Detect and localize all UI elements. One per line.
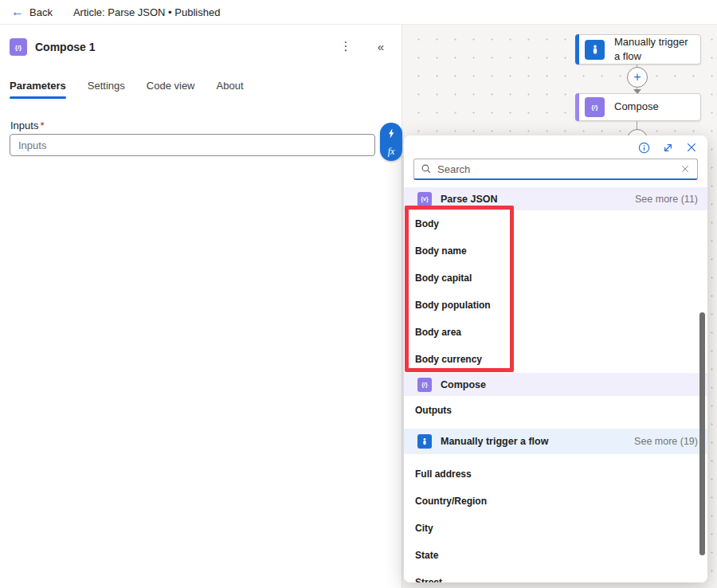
tab-settings[interactable]: Settings (88, 80, 125, 99)
parse-json-icon: {v} (417, 192, 432, 206)
connector-line (637, 121, 637, 129)
list-item-outputs[interactable]: Outputs (404, 396, 707, 425)
list-item-country-region[interactable]: Country/Region (404, 488, 707, 515)
required-asterisk: * (40, 120, 44, 131)
inputs-input[interactable] (10, 134, 375, 156)
picker-search-box[interactable] (413, 159, 698, 180)
dynamic-content-list: {v} Parse JSON See more (11) Body Body n… (404, 187, 707, 582)
list-item-body[interactable]: Body (404, 210, 707, 237)
back-arrow-icon: ← (11, 6, 24, 18)
node-label: Manually trigger a flow (614, 35, 700, 64)
inputs-field-label: Inputs* (10, 120, 44, 131)
picker-scrollbar[interactable] (699, 312, 705, 555)
back-label: Back (29, 6, 53, 18)
list-item-city[interactable]: City (404, 515, 707, 542)
collapse-panel-icon[interactable]: « (371, 37, 390, 56)
back-button[interactable]: ← Back (11, 6, 53, 18)
manual-trigger-icon (417, 434, 432, 449)
lightning-bolt-icon[interactable] (386, 127, 397, 139)
clear-search-icon[interactable] (680, 163, 691, 174)
see-more-manual-trigger[interactable]: See more (19) (634, 436, 698, 447)
section-parse-json[interactable]: {v} Parse JSON See more (11) (404, 187, 707, 210)
node-label: Compose (614, 100, 664, 114)
list-item-body-area[interactable]: Body area (404, 319, 707, 346)
tab-about[interactable]: About (217, 80, 244, 99)
expand-picker-icon[interactable] (658, 138, 677, 157)
list-item-full-address[interactable]: Full address (404, 461, 707, 488)
app-root: ← Back Article: Parse JSON • Published {… (0, 0, 717, 588)
search-icon (421, 163, 432, 174)
list-item-state[interactable]: State (404, 542, 707, 569)
action-title: Compose 1 (35, 41, 95, 53)
node-accent-bar (575, 34, 579, 65)
dynamic-content-picker: {v} Parse JSON See more (11) Body Body n… (404, 135, 707, 582)
compose-icon: {/} (10, 38, 27, 56)
flow-title: Article: Parse JSON • Published (73, 6, 220, 18)
picker-search-input[interactable] (437, 163, 680, 175)
node-accent-bar (575, 93, 579, 121)
list-item-body-name[interactable]: Body name (404, 237, 707, 265)
section-manually-trigger[interactable]: Manually trigger a flow See more (19) (404, 429, 707, 454)
manual-trigger-icon (585, 40, 605, 60)
section-spacer (404, 454, 707, 461)
more-options-icon[interactable]: ⋮ (336, 37, 355, 56)
panel-tabs: Parameters Settings Code view About (10, 80, 244, 99)
compose-icon: {/} (585, 97, 605, 117)
compose-icon: {/} (417, 378, 432, 392)
expression-fx-icon[interactable]: fx (388, 147, 395, 156)
list-item-street[interactable]: Street (404, 569, 707, 582)
picker-actions (634, 138, 701, 157)
see-more-parse-json[interactable]: See more (11) (635, 194, 698, 205)
top-bar: ← Back Article: Parse JSON • Published (0, 0, 717, 25)
section-compose[interactable]: {/} Compose (404, 373, 707, 396)
node-compose[interactable]: {/} Compose (575, 93, 701, 121)
list-item-body-population[interactable]: Body population (404, 292, 707, 319)
action-header: {/} Compose 1 (10, 38, 95, 56)
list-item-body-capital[interactable]: Body capital (404, 265, 707, 292)
insert-step-button[interactable]: + (627, 67, 648, 88)
dynamic-content-pill[interactable]: fx (380, 123, 402, 161)
node-manually-trigger-a-flow[interactable]: Manually trigger a flow (575, 34, 701, 65)
close-picker-icon[interactable] (682, 138, 701, 157)
action-details-panel: {/} Compose 1 ⋮ « Parameters Settings Co… (0, 25, 402, 588)
list-item-body-currency[interactable]: Body currency (404, 346, 707, 373)
tab-code-view[interactable]: Code view (147, 80, 195, 99)
panel-header-actions: ⋮ « (336, 37, 390, 56)
info-icon[interactable] (634, 138, 653, 157)
tab-parameters[interactable]: Parameters (10, 80, 66, 99)
